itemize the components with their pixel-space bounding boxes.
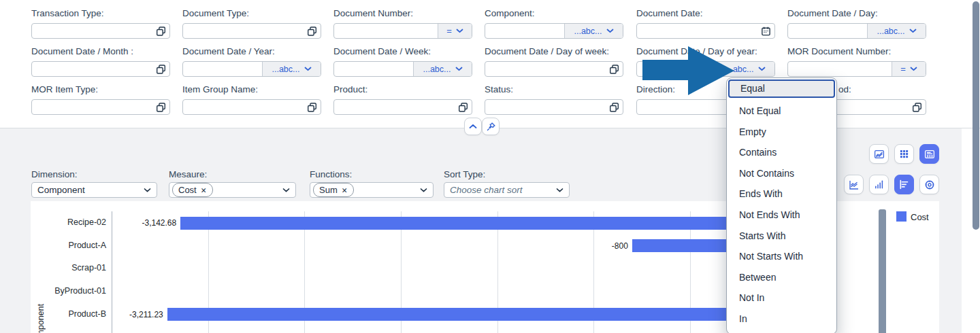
- chevron-down-icon: [304, 67, 312, 71]
- chevron-down-icon: [909, 29, 917, 33]
- filter-label-document-date: Document Date:: [636, 8, 703, 18]
- filter-field-document-date-month[interactable]: [31, 61, 170, 77]
- dimension-select[interactable]: Component: [31, 182, 157, 198]
- token-remove-icon[interactable]: ✕: [201, 186, 207, 194]
- chevron-down-icon: [282, 188, 290, 192]
- operator-option-empty[interactable]: Empty: [727, 122, 836, 143]
- value-help-copy-icon[interactable]: [307, 26, 317, 36]
- filter-field-document-date-day-of-year[interactable]: ...abc...: [636, 61, 775, 77]
- bar-recipe-02[interactable]: [180, 217, 786, 230]
- operator-option-not-contains[interactable]: Not Contains: [727, 163, 836, 184]
- chart-table-icon: [924, 149, 935, 160]
- filter-field-product[interactable]: [333, 99, 472, 115]
- operator-abc-selector[interactable]: ...abc...: [564, 24, 623, 38]
- operator-option-not-in[interactable]: Not In: [727, 287, 836, 309]
- operator-option-starts-with[interactable]: Starts With: [727, 226, 836, 247]
- filter-field-document-date-week[interactable]: ...abc...: [333, 61, 472, 77]
- bar-product-b[interactable]: [167, 308, 787, 321]
- line-chart-icon: [874, 149, 885, 160]
- filter-label-document-number: Document Number:: [333, 8, 413, 18]
- chart-type-column-button[interactable]: [869, 175, 889, 194]
- filter-label-transaction-type: Transaction Type:: [31, 8, 104, 18]
- sort-type-placeholder: Choose chart sort: [450, 185, 523, 195]
- value-help-copy-icon[interactable]: [609, 64, 619, 74]
- collapse-filter-bar-button[interactable]: [464, 118, 482, 135]
- operator-dropdown[interactable]: EqualNot EqualEmptyContainsNot ContainsE…: [726, 77, 837, 333]
- pin-filter-bar-button[interactable]: [482, 118, 500, 135]
- operator-option-in[interactable]: In: [727, 309, 836, 330]
- functions-select[interactable]: Sum✕: [310, 182, 434, 198]
- horizontal-bar-chart-icon: [899, 179, 909, 190]
- filter-label-status: Status:: [485, 84, 513, 94]
- functions-label: Functions:: [310, 169, 352, 179]
- category-label-product-a: Product-A: [27, 241, 106, 250]
- chart-type-area-button[interactable]: [844, 175, 864, 194]
- value-label-product-a: -800: [574, 241, 628, 251]
- operator-option-between[interactable]: Between: [727, 267, 836, 288]
- chart-type-donut-button[interactable]: [919, 175, 939, 194]
- value-help-copy-icon[interactable]: [609, 102, 619, 112]
- filter-label-document-date-month: Document Date / Month :: [31, 46, 133, 56]
- view-table-button[interactable]: [894, 144, 914, 164]
- category-label-recipe-02: Recipe-02: [27, 217, 106, 227]
- dimension-value: Component: [37, 185, 85, 195]
- value-help-copy-icon[interactable]: [458, 102, 468, 112]
- operator-equals-selector[interactable]: =: [438, 24, 472, 38]
- filter-label-mor-item-type: MOR Item Type:: [31, 84, 98, 94]
- operator-abc-selector[interactable]: ...abc...: [262, 62, 321, 76]
- measure-label: Mesaure:: [169, 169, 207, 179]
- filter-field-document-date[interactable]: [636, 23, 775, 39]
- chevron-down-icon: [455, 67, 463, 71]
- page-scrollbar[interactable]: [973, 1, 979, 230]
- view-line-chart-button[interactable]: [869, 144, 889, 164]
- filter-label-component: Component:: [485, 8, 535, 18]
- sort-type-select[interactable]: Choose chart sort: [444, 182, 570, 198]
- operator-abc-selector[interactable]: ...abc...: [716, 62, 774, 76]
- filter-field-document-date-day-of-week[interactable]: [485, 61, 623, 77]
- operator-equals-selector[interactable]: =: [892, 62, 926, 76]
- filter-label-document-type: Document Type:: [182, 8, 249, 18]
- filter-label-mor-document-number: MOR Document Number:: [787, 46, 891, 56]
- dimension-label: Dimension:: [31, 169, 78, 179]
- filter-field-document-number[interactable]: =: [333, 23, 472, 39]
- filter-label-direction: Direction:: [636, 84, 675, 94]
- sort-type-label: Sort Type:: [444, 169, 485, 179]
- calendar-icon[interactable]: [761, 26, 771, 36]
- chart-type-hbar-button[interactable]: [894, 175, 914, 194]
- filter-field-document-date-day[interactable]: ...abc...: [787, 23, 926, 39]
- chart-scrollbar[interactable]: [879, 209, 886, 333]
- view-chart-table-button[interactable]: [919, 144, 939, 164]
- operator-option-equal[interactable]: Equal: [728, 80, 835, 98]
- filter-field-document-date-year[interactable]: ...abc...: [182, 61, 321, 77]
- filter-label-product: Product:: [333, 84, 368, 94]
- measure-token[interactable]: Cost✕: [172, 183, 213, 197]
- operator-option-not-starts-with[interactable]: Not Starts With: [727, 246, 836, 267]
- filter-field-mor-document-number[interactable]: =: [787, 61, 926, 77]
- filter-field-item-group-name[interactable]: [182, 99, 321, 115]
- filter-field-mor-item-type[interactable]: [31, 99, 170, 115]
- value-help-copy-icon[interactable]: [307, 102, 317, 112]
- chevron-down-icon: [556, 188, 564, 192]
- filter-field-component[interactable]: ...abc...: [485, 23, 623, 39]
- filter-label-document-date-week: Document Date / Week:: [333, 46, 431, 56]
- operator-option-not-equal[interactable]: Not Equal: [727, 101, 836, 122]
- filter-label-document-date-year: Document Date / Year:: [182, 46, 275, 56]
- filter-field-status[interactable]: [485, 99, 623, 115]
- operator-abc-selector[interactable]: ...abc...: [867, 24, 926, 38]
- value-help-copy-icon[interactable]: [912, 102, 922, 112]
- filter-field-transaction-type[interactable]: [31, 23, 170, 39]
- value-help-copy-icon[interactable]: [156, 102, 166, 112]
- value-help-copy-icon[interactable]: [156, 64, 166, 74]
- filter-field-document-type[interactable]: [182, 23, 321, 39]
- legend-color-swatch: [896, 211, 906, 222]
- value-help-copy-icon[interactable]: [156, 26, 166, 36]
- operator-option-contains[interactable]: Contains: [727, 142, 836, 163]
- functions-token[interactable]: Sum✕: [313, 183, 354, 197]
- operator-abc-selector[interactable]: ...abc...: [413, 62, 472, 76]
- area-chart-icon: [849, 179, 860, 190]
- operator-option-not-ends-with[interactable]: Not Ends With: [727, 205, 836, 226]
- chevron-down-icon: [456, 29, 463, 33]
- measure-select[interactable]: Cost✕: [169, 182, 296, 198]
- token-remove-icon[interactable]: ✕: [342, 186, 348, 194]
- operator-option-ends-with[interactable]: Ends With: [727, 183, 836, 205]
